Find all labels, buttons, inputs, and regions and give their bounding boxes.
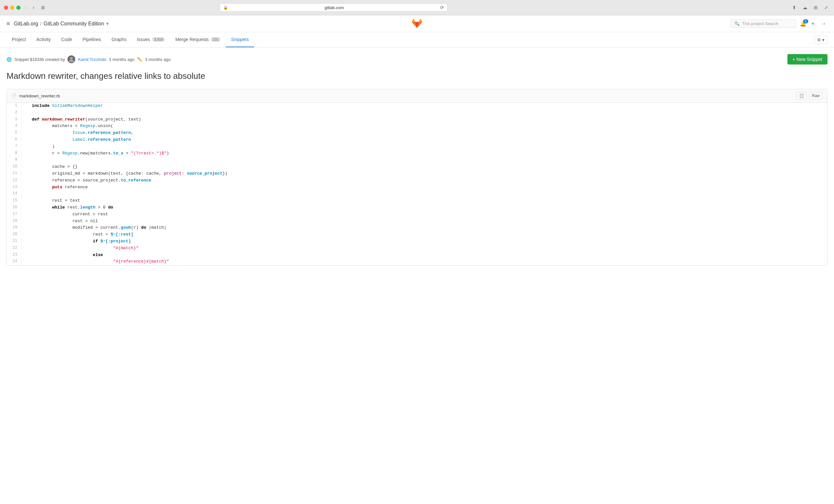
gitlab-logo[interactable] — [411, 17, 423, 30]
filename: markdown_rewriter.rb — [19, 93, 60, 98]
copy-button[interactable]: 📋 — [796, 92, 807, 100]
line-number: 10 — [7, 163, 22, 170]
settings-chevron: ▾ — [822, 38, 825, 42]
close-button[interactable] — [4, 5, 8, 10]
table-row: 22 "#{match}" — [7, 245, 827, 252]
page-content: 🌐 Snippet $16336 created by Kamil Trzciń… — [0, 48, 834, 272]
line-content: while rest.length > 0 do — [22, 204, 827, 211]
line-content: original_md = markdown(text, {cache: cac… — [22, 170, 827, 177]
tab-activity[interactable]: Activity — [31, 32, 56, 47]
sidebar-toggle-button[interactable]: ⊞ — [39, 4, 47, 11]
table-row: 19 modified = current.gsub(r) do |match| — [7, 224, 827, 231]
line-number: 13 — [7, 184, 22, 190]
line-number: 12 — [7, 177, 22, 183]
line-content: Label.reference_pattern — [22, 136, 827, 144]
url-bar[interactable]: 🔒 gitlab.com ⟳ — [220, 3, 447, 12]
table-row: 20 rest = $~[:rest] — [7, 231, 827, 238]
tab-issues[interactable]: Issues 3,916 — [132, 32, 170, 47]
line-number: 6 — [7, 136, 22, 143]
signout-button[interactable]: → — [820, 20, 828, 28]
edit-icon: ✏️ — [137, 57, 142, 62]
gitlab-header: ≡ GitLab.org / GitLab Community Edition … — [0, 15, 834, 32]
snippet-icon: 🌐 — [6, 57, 12, 62]
back-button[interactable]: ‹ — [24, 4, 28, 11]
nav-tabs: Project Activity Code Pipelines Graphs I… — [0, 32, 834, 48]
breadcrumb-separator: / — [40, 21, 41, 27]
line-content: include GitlabMarkdownHelper — [22, 103, 827, 109]
table-row: 12 reference = source_project.to_referen… — [7, 177, 827, 184]
maximize-button[interactable] — [16, 5, 21, 10]
author-link[interactable]: Kamil Trzciński — [78, 57, 106, 62]
table-row: 8 r = Regexp.new(matchers.to_s + "(?<res… — [7, 150, 827, 157]
fullscreen-button[interactable]: ⤢ — [822, 4, 830, 11]
line-content: reference = source_project.to_reference — [22, 177, 827, 184]
table-row: 14 — [7, 191, 827, 197]
gear-icon: ⚙ — [817, 38, 821, 42]
browser-right-buttons: ⬆ ☁ ⊞ ⤢ — [790, 4, 830, 11]
line-content: rest = $~[:rest] — [22, 231, 827, 238]
minimize-button[interactable] — [10, 5, 14, 10]
tab-snippets[interactable]: Snippets — [226, 32, 254, 47]
tab-merge-requests[interactable]: Merge Requests 231 — [170, 32, 226, 47]
reload-button[interactable]: ⟳ — [440, 5, 444, 10]
avatar — [67, 56, 75, 63]
raw-button[interactable]: Raw — [809, 92, 822, 100]
line-number: 18 — [7, 218, 22, 224]
hamburger-menu[interactable]: ≡ — [6, 20, 10, 27]
table-row: 18 rest = nil — [7, 218, 827, 225]
line-content: modified = current.gsub(r) do |match| — [22, 224, 827, 231]
header-right: 🔍 This project Search 🔔 6 + → — [731, 20, 828, 28]
cloud-button[interactable]: ☁ — [801, 4, 809, 11]
table-row: 7 ) — [7, 144, 827, 150]
line-number: 14 — [7, 191, 22, 197]
breadcrumb-org[interactable]: GitLab.org — [14, 21, 39, 27]
search-icon: 🔍 — [734, 21, 740, 26]
forward-button[interactable]: › — [31, 4, 36, 11]
extensions-button[interactable]: ⊞ — [812, 4, 820, 11]
search-box[interactable]: 🔍 This project Search — [731, 20, 796, 28]
line-content — [22, 191, 827, 197]
table-row: 21 if $~[:project] — [7, 238, 827, 245]
code-block: 1 include GitlabMarkdownHelper 2 3 def m… — [7, 103, 827, 265]
table-row: 6 Label.reference_pattern — [7, 136, 827, 144]
file-icon: 📄 — [12, 93, 17, 98]
line-content: "#{reference}#{match}" — [22, 258, 827, 265]
file-name: 📄 markdown_rewriter.rb — [12, 93, 60, 98]
table-row: 4 matchers = Regexp.union( — [7, 123, 827, 130]
new-snippet-button[interactable]: + New Snippet — [787, 54, 828, 65]
table-row: 1 include GitlabMarkdownHelper — [7, 103, 827, 109]
line-number: 22 — [7, 245, 22, 251]
tab-code[interactable]: Code — [56, 32, 77, 47]
line-content: r = Regexp.new(matchers.to_s + "(?<rest>… — [22, 150, 827, 157]
created-ago: 3 months ago — [109, 57, 135, 62]
lock-icon: 🔒 — [223, 5, 228, 10]
svg-point-1 — [70, 57, 73, 60]
line-number: 19 — [7, 224, 22, 231]
line-number: 17 — [7, 211, 22, 217]
line-content: ) — [22, 144, 827, 150]
tab-pipelines[interactable]: Pipelines — [77, 32, 106, 47]
browser-chrome: ‹ › ⊞ 🔒 gitlab.com ⟳ ⬆ ☁ ⊞ ⤢ — [0, 0, 834, 15]
table-row: 2 — [7, 109, 827, 116]
line-number: 9 — [7, 157, 22, 163]
line-content: Issue.reference_pattern, — [22, 130, 827, 136]
snippet-meta-left: 🌐 Snippet $16336 created by Kamil Trzciń… — [6, 56, 171, 63]
traffic-lights — [4, 5, 21, 10]
tab-project[interactable]: Project — [6, 32, 31, 47]
new-item-button[interactable]: + — [810, 20, 816, 28]
line-number: 21 — [7, 238, 22, 244]
tab-graphs[interactable]: Graphs — [106, 32, 132, 47]
notification-badge: 6 — [803, 19, 808, 23]
line-content: "#{match}" — [22, 245, 827, 252]
search-placeholder: This project Search — [742, 21, 778, 26]
line-content: rest = text — [22, 197, 827, 204]
settings-button[interactable]: ⚙ ▾ — [814, 36, 828, 44]
line-content: cache = {} — [22, 163, 827, 170]
breadcrumb: GitLab.org / GitLab Community Edition ▾ — [14, 21, 111, 27]
notification-button[interactable]: 🔔 6 — [800, 21, 806, 27]
line-content — [22, 157, 827, 163]
table-row: 24 "#{reference}#{match}" — [7, 258, 827, 265]
share-button[interactable]: ⬆ — [790, 4, 798, 11]
breadcrumb-project[interactable]: GitLab Community Edition — [44, 21, 104, 27]
line-content — [22, 109, 827, 116]
